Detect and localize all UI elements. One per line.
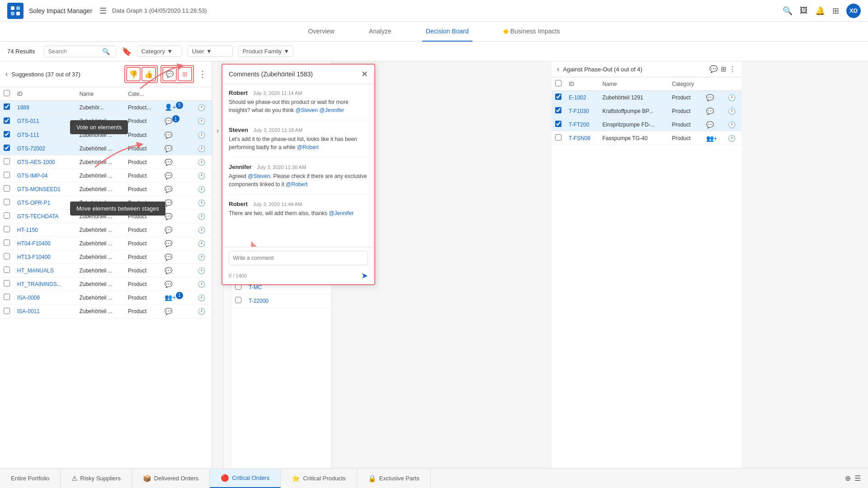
person-add-icon[interactable]: 👤+ [165, 103, 176, 111]
row-id-link[interactable]: T-FT200 [569, 122, 589, 128]
comment-icon[interactable]: 💬 [706, 121, 714, 128]
row-checkbox[interactable] [555, 134, 561, 141]
user-filter[interactable]: User ▼ [188, 46, 233, 57]
history-icon[interactable]: 🕐 [728, 121, 736, 128]
comment-icon[interactable]: 💬 [709, 65, 718, 73]
comment-icon[interactable]: 💬 [165, 172, 172, 179]
comment-button[interactable]: 💬 [162, 67, 177, 81]
row-id-link[interactable]: GTS-72002 [17, 145, 45, 152]
against-nav-left[interactable]: ‹ [557, 65, 559, 73]
comment-icon[interactable]: 💬 [706, 108, 714, 115]
search-input[interactable] [48, 48, 102, 55]
row-checkbox[interactable] [555, 107, 561, 113]
tab-business-impacts[interactable]: ◆ Business Impacts [500, 22, 564, 42]
comment-icon[interactable]: 💬 [165, 281, 172, 288]
history-icon[interactable]: 🕐 [198, 213, 205, 220]
row-checkbox[interactable] [4, 267, 10, 273]
search-box[interactable]: 🔍 [44, 46, 116, 57]
comment-icon[interactable]: 💬 [165, 199, 172, 206]
history-icon[interactable]: 🕐 [198, 226, 205, 234]
row-id-link[interactable]: GTS-MONSEED1 [17, 186, 61, 192]
row-checkbox[interactable] [555, 94, 561, 100]
suggestions-nav-left[interactable]: ‹ [5, 70, 8, 78]
comment-icon[interactable]: 💬 [165, 226, 172, 234]
bottom-item-critical-products[interactable]: ⭐ Critlcal Products [281, 469, 357, 488]
history-icon[interactable]: 🕐 [198, 281, 205, 288]
image-icon[interactable]: 🖼 [800, 6, 808, 15]
row-checkbox[interactable] [4, 199, 10, 205]
row-id-link[interactable]: HT_MANUALS [17, 267, 54, 274]
history-icon[interactable]: 🕐 [198, 253, 205, 261]
row-checkbox[interactable] [4, 226, 10, 232]
hamburger-icon[interactable]: ☰ [99, 6, 107, 16]
row-checkbox[interactable] [4, 280, 10, 286]
row-id-link[interactable]: GTS-OPR-P1 [17, 200, 50, 206]
row-id-link[interactable]: ISA-0009 [17, 295, 40, 301]
row-id-link[interactable]: HT13-F10400 [17, 254, 51, 260]
row-id-link[interactable]: 1889 [17, 104, 29, 111]
row-id-link[interactable]: HT_TRAININGS... [17, 281, 61, 287]
row-checkbox[interactable] [4, 131, 10, 137]
row-id-link[interactable]: T-FSN08 [569, 135, 590, 141]
send-button[interactable]: ➤ [361, 271, 368, 281]
list-button[interactable]: ☰ [854, 474, 861, 483]
comment-icon[interactable]: 💬 [165, 186, 172, 193]
avatar[interactable]: XD [846, 4, 861, 18]
history-icon[interactable]: 🕐 [198, 308, 205, 315]
bookmark-icon[interactable]: 🔖 [122, 47, 132, 56]
more-icon[interactable]: ⋮ [729, 65, 736, 73]
row-id-link[interactable]: GTS-AES-1000 [17, 159, 55, 165]
bottom-item-exclusive-parts[interactable]: 🔒 Exclusive Parts [357, 469, 431, 488]
select-all-checkbox[interactable] [4, 90, 10, 96]
tab-analyze[interactable]: Analyze [365, 22, 395, 42]
person-add-icon[interactable]: 👥+ [165, 294, 176, 301]
history-icon[interactable]: 🕐 [198, 117, 205, 125]
bottom-item-portfolio[interactable]: Entire Portfolio [0, 469, 61, 488]
tab-overview[interactable]: Overview [305, 22, 338, 42]
thumbdown-button[interactable]: 👎 [126, 67, 141, 81]
history-icon[interactable]: 🕐 [198, 131, 205, 139]
row-id-link[interactable]: ISA-0011 [17, 308, 40, 314]
row-id-link[interactable]: GTS-TECHDATA [17, 213, 59, 220]
search-icon[interactable]: 🔍 [783, 6, 793, 16]
history-icon[interactable]: 🕐 [198, 267, 205, 274]
row-id-link[interactable]: E-1002 [569, 94, 586, 101]
comment-icon[interactable]: 💬 [165, 131, 172, 139]
row-checkbox[interactable] [4, 185, 10, 192]
move-icon[interactable]: ⊞ [721, 65, 726, 73]
add-button[interactable]: ⊕ [845, 474, 851, 483]
close-icon[interactable]: ✕ [361, 69, 368, 79]
history-icon[interactable]: 🕐 [198, 186, 205, 193]
grid-icon[interactable]: ⊞ [832, 6, 839, 16]
comment-icon[interactable]: 💬 [165, 213, 172, 220]
row-checkbox[interactable] [4, 308, 10, 314]
history-icon[interactable]: 🕐 [198, 240, 205, 247]
comment-icon[interactable]: 💬 [706, 94, 714, 101]
bell-icon[interactable]: 🔔 [815, 6, 825, 16]
row-checkbox[interactable] [4, 239, 10, 246]
history-icon[interactable]: 🕐 [728, 108, 736, 115]
row-checkbox[interactable] [4, 253, 10, 259]
history-icon[interactable]: 🕐 [198, 145, 205, 152]
row-checkbox[interactable] [4, 145, 10, 151]
row-checkbox[interactable] [235, 297, 241, 303]
comment-icon[interactable]: 💬 [165, 253, 172, 261]
comment-icon[interactable]: 💬 [165, 145, 172, 152]
row-checkbox[interactable] [555, 121, 561, 127]
row-id-link[interactable]: GTS-011 [17, 118, 39, 124]
history-icon[interactable]: 🕐 [728, 94, 736, 101]
row-checkbox[interactable] [4, 212, 10, 219]
comment-icon[interactable]: 💬 [165, 159, 172, 166]
row-id-link[interactable]: GTS-111 [17, 132, 39, 138]
row-checkbox[interactable] [4, 158, 10, 164]
row-checkbox[interactable] [4, 172, 10, 178]
product-family-filter[interactable]: Product Family ▼ [238, 46, 293, 57]
history-icon[interactable]: 🕐 [198, 294, 205, 301]
app-logo[interactable] [7, 3, 24, 19]
comment-icon[interactable]: 💬 [165, 267, 172, 274]
row-id-link[interactable]: T-22000 [249, 298, 269, 304]
comment-icon[interactable]: 💬 [165, 240, 172, 247]
history-icon[interactable]: 🕐 [198, 159, 205, 166]
row-id-link[interactable]: HT04-F10400 [17, 240, 51, 247]
thumbup-button[interactable]: 👍 [142, 67, 156, 81]
